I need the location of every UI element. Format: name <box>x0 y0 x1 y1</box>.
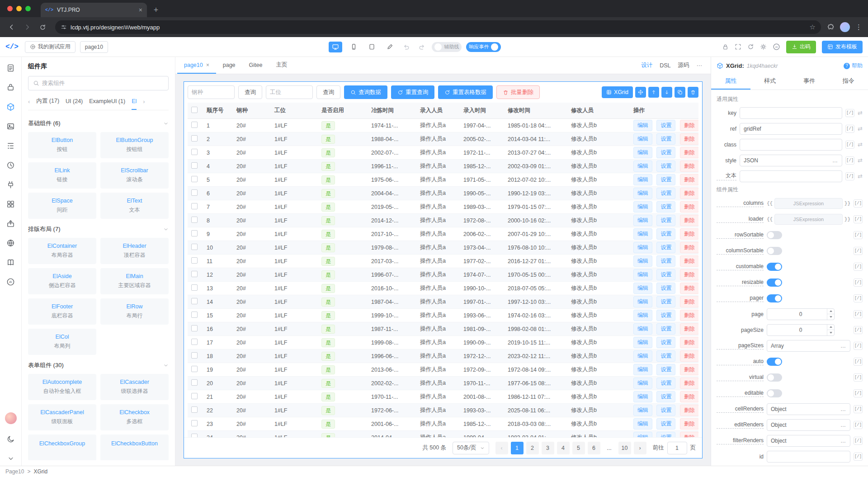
number-input[interactable]: 0 <box>767 324 835 336</box>
back-button[interactable] <box>5 21 18 33</box>
edit-button[interactable]: 编辑 <box>633 242 652 253</box>
column-header[interactable]: 修改时间 <box>504 107 567 114</box>
table-row[interactable]: 7 20# 1#LF 是 2019-05-... 操作人员a 1989-03-.… <box>188 200 698 214</box>
delete-button[interactable]: 删除 <box>680 283 698 294</box>
library-tab[interactable]: 内置 (17) <box>36 93 59 110</box>
toggle-switch[interactable] <box>767 247 782 255</box>
table-row[interactable]: 2 20# 1#LF 是 1988-04-... 操作人员a 2005-02-.… <box>188 132 698 146</box>
row-checkbox[interactable] <box>191 352 198 359</box>
component-card[interactable]: ElButton 按钮 <box>28 132 96 158</box>
row-checkbox[interactable] <box>191 366 198 372</box>
breadcrumb-page[interactable]: Page10 <box>5 468 24 475</box>
bind-variable-button[interactable]: [/] <box>854 453 863 461</box>
swap-icon[interactable]: ⇄ <box>858 141 863 148</box>
settings-button[interactable]: 设置 <box>656 188 675 199</box>
station-filter-input[interactable] <box>266 85 313 99</box>
ai-assistant-icon[interactable]: AI <box>773 43 780 51</box>
bind-variable-button[interactable]: [/] <box>854 389 863 397</box>
edit-button[interactable]: 编辑 <box>633 133 652 145</box>
settings-button[interactable]: 设置 <box>656 269 675 280</box>
close-icon[interactable]: × <box>206 62 209 68</box>
delete-button[interactable]: 删除 <box>680 188 698 199</box>
mobile-view-button[interactable] <box>347 42 360 52</box>
pages-icon[interactable] <box>6 63 15 72</box>
row-checkbox[interactable] <box>191 406 198 413</box>
row-checkbox[interactable] <box>191 244 198 250</box>
mode-design[interactable]: 设计 <box>641 61 652 69</box>
delete-button[interactable]: 删除 <box>680 228 698 240</box>
page-button[interactable]: 4 <box>557 442 570 454</box>
close-window-button[interactable] <box>7 6 13 11</box>
edit-button[interactable]: 编辑 <box>633 174 652 185</box>
search-input[interactable] <box>42 80 164 86</box>
settings-button[interactable]: 设置 <box>656 296 675 307</box>
toggle-switch[interactable] <box>767 263 782 271</box>
component-card[interactable]: ElCascaderPanel 级联面板 <box>28 404 96 430</box>
component-card[interactable]: ElFooter 底栏容器 <box>28 298 96 325</box>
row-checkbox[interactable] <box>191 393 198 399</box>
table-row[interactable]: 1 20# 1#LF 是 1974-11-... 操作人员a 1997-04-.… <box>188 119 698 132</box>
bind-variable-button[interactable]: [/] <box>854 358 863 366</box>
site-settings-icon[interactable] <box>61 24 67 30</box>
settings-button[interactable]: 设置 <box>656 378 675 389</box>
component-card[interactable]: ElCheckboxButton <box>100 434 169 460</box>
inspector-tab[interactable]: 指令 <box>829 73 868 90</box>
table-row[interactable]: 20 20# 1#LF 是 2002-02-... 操作人员a 1970-11-… <box>188 377 698 390</box>
table-row[interactable]: 23 20# 1#LF 是 2001-06-... 操作人员a 1985-12-… <box>188 417 698 431</box>
edit-button[interactable]: 编辑 <box>633 310 652 321</box>
browser-menu-icon[interactable]: ⋮ <box>855 23 863 31</box>
page-button[interactable]: ... <box>603 442 616 454</box>
toggle-switch[interactable] <box>767 373 782 382</box>
reset-query-button[interactable]: 重置查询 <box>391 85 434 99</box>
canvas-tab[interactable]: 主页 × <box>269 57 294 74</box>
reset-table-button[interactable]: 重置表格数据 <box>438 85 493 99</box>
mode-dsl[interactable]: DSL <box>660 62 670 69</box>
component-card[interactable]: ElAside 侧边栏容器 <box>28 268 96 294</box>
edit-button[interactable]: 编辑 <box>633 391 652 402</box>
property-editor-input[interactable]: Array <box>767 340 850 352</box>
row-checkbox[interactable] <box>191 162 198 169</box>
row-checkbox[interactable] <box>191 230 198 236</box>
tablet-view-button[interactable] <box>365 42 378 52</box>
steel-search-button[interactable]: 查询 <box>238 85 262 99</box>
reload-button[interactable] <box>36 21 49 33</box>
publish-template-button[interactable]: 发布模板 <box>822 41 863 53</box>
row-checkbox[interactable] <box>191 379 198 386</box>
browser-tab[interactable]: </> VTJ.PRO × <box>41 3 147 17</box>
table-row[interactable]: 5 20# 1#LF 是 1975-06-... 操作人员a 1971-05-.… <box>188 173 698 187</box>
page-button[interactable]: 6 <box>588 442 600 454</box>
apps-icon[interactable] <box>6 199 15 208</box>
column-header[interactable]: 顺序号 <box>203 107 233 114</box>
current-app-pill[interactable]: 我的测试应用 <box>25 41 75 53</box>
history-icon[interactable] <box>6 161 15 170</box>
table-row[interactable]: 13 20# 1#LF 是 2016-10-... 操作人员a 1990-10-… <box>188 282 698 295</box>
bind-variable-button[interactable]: [/] <box>854 342 863 350</box>
expression-input[interactable]: {{JSExpression}} <box>767 198 850 209</box>
edit-button[interactable]: 编辑 <box>633 378 652 389</box>
plugins-icon[interactable] <box>6 83 15 92</box>
edit-button[interactable]: 编辑 <box>633 323 652 335</box>
column-header[interactable]: 冶炼时间 <box>368 107 416 114</box>
undo-button[interactable] <box>401 42 412 52</box>
extensions-icon[interactable] <box>827 24 835 31</box>
edit-button[interactable]: 编辑 <box>633 337 652 348</box>
delete-button[interactable]: 删除 <box>680 120 698 131</box>
delete-tool[interactable] <box>688 87 698 98</box>
address-bar[interactable]: lcdp.vtj.pro/designer/#/web/myapp ☆ <box>55 20 821 34</box>
settings-button[interactable]: 设置 <box>656 364 675 375</box>
bind-variable-button[interactable]: [/] <box>854 279 863 287</box>
toggle-switch[interactable] <box>767 294 782 302</box>
component-card[interactable]: ElButtonGroup 按钮组 <box>100 132 169 158</box>
canvas-tab[interactable]: page10 × <box>177 57 216 74</box>
profile-avatar[interactable] <box>840 22 850 32</box>
canvas-tab[interactable]: Gitee × <box>242 57 269 74</box>
table-row[interactable]: 10 20# 1#LF 是 1979-08-... 操作人员a 1973-04-… <box>188 241 698 255</box>
table-row[interactable]: 15 20# 1#LF 是 1999-10-... 操作人员a 1993-06-… <box>188 309 698 322</box>
row-checkbox[interactable] <box>191 203 198 209</box>
edit-button[interactable]: 编辑 <box>633 350 652 362</box>
redo-button[interactable] <box>416 42 427 52</box>
station-search-button[interactable]: 查询 <box>316 85 340 99</box>
settings-button[interactable]: 设置 <box>656 161 675 172</box>
move-tool[interactable] <box>635 87 646 98</box>
guides-toggle[interactable]: 辅助线 <box>432 42 462 52</box>
